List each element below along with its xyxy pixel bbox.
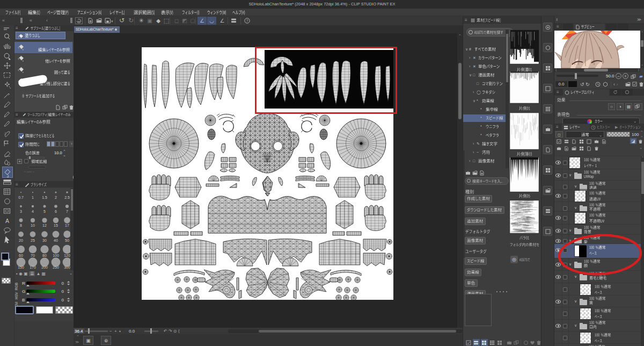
svg-text:300: 300 [64,265,70,269]
svg-text:250: 250 [53,265,59,269]
svg-text:40: 40 [54,239,58,242]
svg-text:120: 120 [64,254,70,257]
svg-text:B: B [22,298,25,302]
svg-text:3: 3 [20,210,22,213]
svg-text:30: 30 [42,239,47,242]
svg-text:25: 25 [31,239,35,242]
svg-text:2: 2 [55,196,57,199]
svg-text:6: 6 [55,210,57,213]
svg-text:70: 70 [31,254,35,257]
svg-text:0: 0 [62,289,64,294]
svg-text:1.5: 1.5 [42,196,47,199]
svg-text:5: 5 [43,210,46,213]
svg-text:50: 50 [65,239,69,242]
svg-text:4: 4 [32,210,34,213]
svg-text:170: 170 [30,265,36,269]
svg-text:RGB: RGB [14,283,18,290]
svg-text:G: G [22,289,25,294]
svg-text:0: 0 [62,281,64,286]
svg-text:HSV: HSV [14,292,18,299]
svg-text:A: A [5,218,10,224]
svg-text:20: 20 [19,239,23,242]
svg-text:100: 100 [53,254,59,257]
svg-text:1: 1 [32,196,34,199]
svg-text:17: 17 [65,224,69,227]
svg-text:2.5: 2.5 [64,196,70,199]
svg-text:10: 10 [31,224,35,227]
svg-text:150: 150 [18,265,24,269]
svg-text:?: ? [246,19,248,23]
svg-text:0: 0 [62,298,64,302]
svg-text:80: 80 [42,254,47,257]
svg-text:0.7: 0.7 [18,196,24,199]
svg-text:15: 15 [54,224,58,227]
svg-text:7: 7 [66,210,68,213]
svg-text:8: 8 [20,224,22,227]
svg-text:12: 12 [42,224,47,227]
svg-text:200: 200 [41,265,48,269]
svg-text:R: R [22,281,25,286]
svg-text:60: 60 [19,254,23,257]
